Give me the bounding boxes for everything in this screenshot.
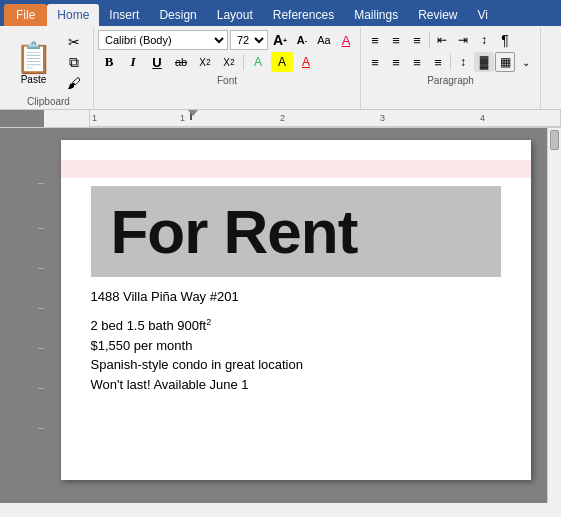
para-expand-button[interactable]: ⌄: [516, 52, 536, 72]
tab-mailings[interactable]: Mailings: [344, 4, 408, 26]
clipboard-label: Clipboard: [8, 95, 89, 109]
left-sidebar: [0, 128, 44, 503]
bullets-button[interactable]: ≡: [365, 30, 385, 50]
ribbon-toolbar: 📋 Paste ✂ ⧉ 🖌 Clipboard Calibri (Body) 7…: [0, 26, 561, 110]
cut-button[interactable]: ✂: [61, 32, 87, 52]
bold-button[interactable]: B: [98, 52, 120, 72]
font-group: Calibri (Body) 72 A+ A- Aa A B I U ab X2…: [94, 28, 361, 109]
copy-button[interactable]: ⧉: [61, 52, 87, 72]
bed-bath-line: 2 bed 1.5 bath 900ft2: [91, 316, 501, 336]
tab-layout[interactable]: Layout: [207, 4, 263, 26]
align-right-button[interactable]: ≡: [407, 52, 427, 72]
borders-button[interactable]: ▦: [495, 52, 515, 72]
document-page: For Rent 1488 Villa Piña Way #201 2 bed …: [61, 140, 531, 480]
align-center-button[interactable]: ≡: [386, 52, 406, 72]
highlight-bar: [61, 160, 531, 178]
sort-button[interactable]: ↕: [474, 30, 494, 50]
for-rent-box: For Rent: [91, 186, 501, 277]
price-line: $1,550 per month: [91, 336, 501, 356]
vertical-scrollbar[interactable]: [547, 128, 561, 503]
font-grow-button[interactable]: A+: [270, 30, 290, 50]
font-name-select[interactable]: Calibri (Body): [98, 30, 228, 50]
highlight-color-button[interactable]: A: [271, 52, 293, 72]
font-size-select[interactable]: 72: [230, 30, 268, 50]
paste-icon: 📋: [15, 41, 52, 74]
font-group-label: Font: [98, 74, 356, 88]
align-left-button[interactable]: ≡: [365, 52, 385, 72]
tab-review[interactable]: Review: [408, 4, 467, 26]
paste-button[interactable]: 📋 Paste: [8, 30, 59, 95]
justify-button[interactable]: ≡: [428, 52, 448, 72]
main-area: For Rent 1488 Villa Piña Way #201 2 bed …: [0, 128, 561, 503]
tab-insert[interactable]: Insert: [99, 4, 149, 26]
show-marks-button[interactable]: ¶: [495, 30, 515, 50]
text-effects-button[interactable]: A: [247, 52, 269, 72]
change-case-button[interactable]: Aa: [314, 30, 334, 50]
for-rent-heading: For Rent: [111, 196, 358, 267]
paragraph-group: ≡ ≡ ≡ ⇤ ⇥ ↕ ¶ ≡ ≡ ≡ ≡ ↕ ▓ ▦ ⌄ Paragraph: [361, 28, 541, 109]
font-shrink-button[interactable]: A-: [292, 30, 312, 50]
multilevel-button[interactable]: ≡: [407, 30, 427, 50]
availability-line: Won't last! Available June 1: [91, 375, 501, 395]
strikethrough-button[interactable]: ab: [170, 52, 192, 72]
shading-button[interactable]: ▓: [474, 52, 494, 72]
increase-indent-button[interactable]: ⇥: [453, 30, 473, 50]
paste-label: Paste: [21, 74, 47, 85]
tab-home[interactable]: Home: [47, 4, 99, 26]
ruler: 1 1 2 3 4: [0, 110, 561, 128]
decrease-indent-button[interactable]: ⇤: [432, 30, 452, 50]
ribbon-remainder: [541, 28, 557, 109]
subscript-button[interactable]: X2: [194, 52, 216, 72]
underline-button[interactable]: U: [146, 52, 168, 72]
numbering-button[interactable]: ≡: [386, 30, 406, 50]
tab-file[interactable]: File: [4, 4, 47, 26]
address-text: 1488 Villa Piña Way #201: [91, 289, 501, 304]
italic-button[interactable]: I: [122, 52, 144, 72]
tab-design[interactable]: Design: [149, 4, 206, 26]
paragraph-group-label: Paragraph: [365, 74, 536, 88]
clear-formatting-button[interactable]: A: [336, 30, 356, 50]
tab-view[interactable]: Vi: [468, 4, 498, 26]
scrollbar-thumb[interactable]: [550, 130, 559, 150]
clipboard-group: 📋 Paste ✂ ⧉ 🖌 Clipboard: [4, 28, 94, 109]
line-spacing-button[interactable]: ↕: [453, 52, 473, 72]
superscript-button[interactable]: X2: [218, 52, 240, 72]
format-painter-button[interactable]: 🖌: [61, 73, 87, 93]
ribbon-tabs: File Home Insert Design Layout Reference…: [0, 0, 561, 26]
description-line: Spanish-style condo in great location: [91, 355, 501, 375]
font-color-button[interactable]: A: [295, 52, 317, 72]
tab-references[interactable]: References: [263, 4, 344, 26]
